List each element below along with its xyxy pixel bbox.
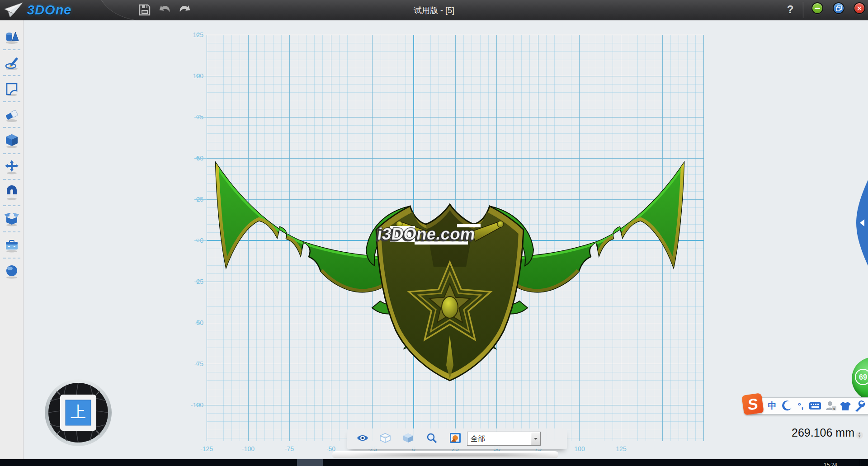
- magnet-icon[interactable]: [4, 185, 19, 200]
- toolbar-separator: [3, 127, 20, 128]
- sketch-edit-icon[interactable]: [4, 107, 19, 122]
- app-logo: 3DOne: [4, 2, 71, 18]
- badge-value: 69: [855, 369, 868, 385]
- wrench-icon[interactable]: [854, 400, 866, 412]
- axis-label: 125: [608, 445, 635, 452]
- svg-text:i3DOne.com: i3DOne.com: [376, 224, 476, 243]
- render-image-icon[interactable]: [449, 433, 461, 443]
- taskbar-divider: [860, 459, 860, 466]
- restore-button[interactable]: [833, 2, 844, 14]
- title-bar: 3DOne 试用版 - [5] ? ✕: [0, 0, 868, 20]
- axis-tick: [194, 240, 207, 241]
- titlebar-divider: [803, 2, 803, 18]
- collapse-panel-handle[interactable]: [856, 180, 868, 266]
- toolbar-separator: [3, 101, 20, 102]
- model-winged-shield[interactable]: i3DOne.com: [206, 154, 694, 389]
- taskbar-clock: 15:24: [824, 462, 837, 466]
- taskbar-app-button[interactable]: [297, 459, 323, 466]
- primitives-icon[interactable]: [4, 29, 19, 45]
- undo-icon[interactable]: [158, 3, 172, 17]
- watermark: i3DOne.com: [376, 224, 481, 245]
- logo-text: 3DOne: [27, 3, 71, 18]
- viewport-canvas[interactable]: 125 100 75 50 25 0 -25 -50 -75 -100 -125…: [24, 20, 868, 459]
- minimize-button[interactable]: [811, 2, 823, 14]
- help-button[interactable]: ?: [783, 3, 797, 16]
- view-cube[interactable]: 上: [44, 378, 113, 447]
- left-toolbar: [0, 20, 24, 466]
- save-icon[interactable]: [138, 3, 151, 17]
- skin-icon[interactable]: [839, 400, 852, 412]
- axis-tick: [194, 199, 207, 200]
- wireframe-cube-icon[interactable]: [379, 433, 391, 443]
- display-filter-value: 全部: [467, 432, 531, 445]
- feature-icon[interactable]: [4, 133, 19, 148]
- close-icon: ✕: [857, 5, 863, 12]
- axis-tick: [194, 76, 207, 76]
- moon-icon[interactable]: [781, 400, 793, 412]
- os-taskbar[interactable]: 15:24: [0, 459, 868, 466]
- ime-punctuation[interactable]: °,: [794, 400, 807, 412]
- toolbar-separator: [3, 179, 20, 180]
- axis-tick: [194, 158, 207, 159]
- measurement-readout: 269.106 mm: [741, 426, 854, 439]
- gem: [442, 297, 458, 318]
- minimize-icon: [815, 8, 820, 9]
- zoom-magnifier-icon[interactable]: [426, 433, 438, 443]
- toolbar-separator: [3, 258, 20, 259]
- account-icon[interactable]: s: [825, 400, 837, 412]
- toolbox-icon[interactable]: [4, 237, 19, 253]
- axis-tick: [194, 323, 207, 323]
- sketch-icon[interactable]: [4, 55, 19, 71]
- chevron-down-icon[interactable]: [531, 432, 540, 445]
- display-filter-dropdown[interactable]: 全部: [467, 432, 541, 446]
- toolbar-separator: [3, 75, 20, 76]
- axis-tick: [194, 405, 207, 405]
- toolbar-separator: [3, 49, 20, 50]
- paper-plane-icon: [4, 2, 24, 18]
- unit-spinner[interactable]: ▲▼: [856, 432, 863, 439]
- axis-label: -100: [235, 445, 262, 452]
- axis-tick: [194, 35, 207, 35]
- close-button[interactable]: ✕: [854, 2, 865, 14]
- view-cube-face-label[interactable]: 上: [66, 400, 90, 424]
- axis-tick: [194, 364, 207, 364]
- svg-text:s: s: [833, 407, 835, 410]
- axis-label: -75: [276, 445, 303, 452]
- application-window: 3DOne 试用版 - [5] ? ✕: [0, 0, 868, 466]
- material-icon[interactable]: [4, 264, 19, 279]
- move-icon[interactable]: [4, 159, 19, 174]
- axis-label: 100: [566, 445, 593, 452]
- shaded-cube-icon[interactable]: [402, 433, 414, 443]
- toolbar-separator: [3, 231, 20, 232]
- ime-logo[interactable]: S: [741, 393, 764, 415]
- toolbar-separator: [3, 153, 20, 154]
- axis-tick: [194, 117, 207, 118]
- visibility-eye-icon[interactable]: [357, 433, 368, 443]
- window-title: 试用版 - [5]: [344, 5, 524, 16]
- ground-plane-edge: [332, 451, 558, 458]
- ime-mode-chinese[interactable]: 中: [766, 400, 778, 412]
- toolbar-separator: [3, 205, 20, 206]
- surface-icon[interactable]: [4, 81, 19, 96]
- restore-icon: [836, 5, 842, 11]
- combine-icon[interactable]: [4, 211, 19, 226]
- redo-icon[interactable]: [178, 3, 191, 17]
- keyboard-icon[interactable]: [809, 400, 821, 412]
- axis-tick: [194, 282, 207, 282]
- axis-label: -125: [193, 445, 220, 452]
